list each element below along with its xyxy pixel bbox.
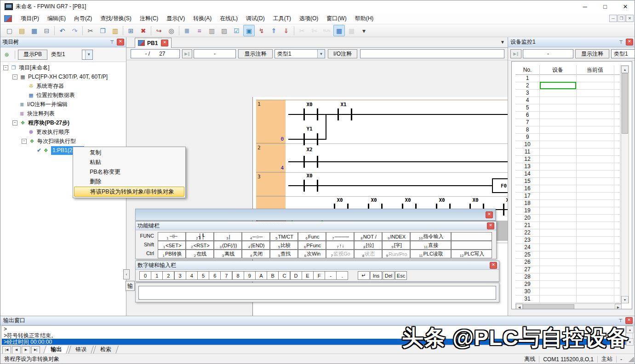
context-menu-item-2[interactable]: PB名称变更 [73,167,185,177]
tab-pb1[interactable]: PB1 ✕ [135,38,172,48]
numkey-close-icon[interactable]: ✕ [490,262,497,269]
tree-item-8[interactable]: −❖每次扫描执行型 [0,136,126,146]
scroll-up-icon[interactable]: ▲ [621,66,629,73]
rung-number-cell[interactable]: 3 [256,173,286,196]
menu-item-3[interactable]: 查找/替换(S) [96,13,135,24]
selected-device-cell[interactable] [540,82,576,89]
function-key-shift-9[interactable]: 9[字] [382,241,410,250]
tree-item-4[interactable]: ≣I/O注释一并编辑 [0,100,126,109]
tree-item-7[interactable]: ☸更改执行顺序 [0,127,126,136]
function-key-ctrl-7[interactable]: 7监视Go [326,250,354,258]
menu-item-6[interactable]: 转换(A) [189,13,216,24]
output-nav-0-icon[interactable]: |◀ [2,346,11,354]
numkey-action-esc[interactable]: Esc [395,271,407,280]
context-menu-item-4[interactable]: 将该PB设为转换对象/非转换对象 [74,187,184,197]
numkey-1[interactable]: 1 [151,271,163,280]
instruction-input-field[interactable] [138,286,496,300]
pin-icon[interactable]: ⊤ [618,39,624,45]
scroll-right-icon[interactable]: ▶ [615,304,622,309]
show-pb-button[interactable]: 显示PB [18,50,47,60]
function-key-func-6[interactable]: 6Func [298,232,326,241]
jump-icon[interactable]: ↪ [153,25,165,36]
function-key-func-9[interactable]: 9INDEX [382,232,410,241]
step-stop-icon[interactable]: ▨ [218,25,230,36]
pb-filter-icon[interactable]: ⊕ [3,51,10,58]
numkey-.[interactable]: . [336,271,348,280]
function-key-ctrl-4[interactable]: 4关闭 [242,250,270,258]
pin-icon[interactable]: ⊤ [618,318,624,324]
function-key-ctrl-2[interactable]: 2在线 [186,250,214,258]
numkey-C[interactable]: C [278,271,290,280]
context-menu-item-0[interactable]: 复制 [73,148,185,158]
menu-item-9[interactable]: 工具(T) [269,13,295,24]
run-mode-icon[interactable]: RUN [321,25,332,36]
function-key-ctrl-1[interactable]: 1PB转换 [158,250,186,258]
numkey-D[interactable]: D [290,271,302,280]
maximize-button[interactable]: □ [595,1,615,13]
tree-type-dropdown[interactable]: ▼ [82,50,93,60]
mdi-restore-button[interactable]: ❐ [618,15,625,22]
device-monitor-close-icon[interactable]: ✕ [626,39,633,46]
step-run-icon[interactable]: ▥ [206,25,217,36]
output-tab-输出[interactable]: 输出 [43,346,69,354]
function-key-shift-4[interactable]: 4(END) [242,241,270,250]
function-key-ctrl-11[interactable]: 11PLC读取 [410,250,451,258]
tree-expander-icon[interactable]: − [12,74,17,80]
function-key-func-8[interactable]: 8NOT / [354,232,382,241]
tree-expander-icon[interactable]: − [3,65,8,70]
comment-type-select[interactable]: 类型1 ▼ [275,49,325,58]
contact-x1[interactable] [338,108,352,120]
minimize-button[interactable]: ─ [575,1,595,13]
monitor-type-select[interactable]: 类型1 [611,49,635,58]
menu-item-0[interactable]: 项目(P) [17,13,43,24]
rung-number-cell[interactable]: 2 4 [256,144,286,172]
tree-item-0[interactable]: −❐项目[未命名] [0,63,126,72]
table-vscrollbar[interactable]: ▲▼ [621,65,629,303]
function-key-shift-2[interactable]: 2<RST> [186,241,214,250]
io-comment-button[interactable]: I/O注释 [328,49,357,58]
delete-row-icon[interactable]: ✖ [137,25,149,36]
function-key-shift-5[interactable]: 5比较 [270,241,298,250]
function-key-shift-8[interactable]: 8[位] [354,241,382,250]
monitor-run-icon[interactable]: ▶∥ [182,49,192,58]
resize-grip[interactable] [629,357,634,362]
function-key-func-1[interactable]: 1⊣⊢ [158,232,186,241]
function-key-func-2[interactable]: 2┧┞ [186,232,214,241]
tree-expander-icon[interactable]: − [12,120,17,125]
function-key-func-4[interactable]: 4─○─ [242,232,270,241]
function-key-ctrl-6[interactable]: 6次Win [298,250,326,258]
context-menu-item-3[interactable]: 删除 [73,177,185,187]
tree-item-6[interactable]: −❖程序块(PB-27步) [0,118,126,127]
numkey-action-del[interactable]: Del [383,271,395,280]
project-tree-close-icon[interactable]: ✕ [117,39,124,46]
upload-plc-icon[interactable]: ⇑ [268,25,280,36]
function-key-ctrl-5[interactable]: 5查找 [270,250,298,258]
open-file-icon[interactable]: ▤ [16,25,28,36]
numkey-9[interactable]: 9 [244,271,256,280]
function-key-shift-3[interactable]: 3(DF(/)) [214,241,242,250]
function-key-ctrl-3[interactable]: 3离线 [214,250,242,258]
numkey-5[interactable]: 5 [197,271,209,280]
monitor-run-icon[interactable]: ▶∥ [510,49,521,58]
tree-expander-icon[interactable]: − [22,139,27,144]
numkey-8[interactable]: 8 [232,271,244,280]
close-button[interactable]: ✕ [615,1,635,13]
numkey-0[interactable]: 0 [139,271,151,280]
online-edit-icon[interactable]: ▣ [243,25,255,36]
numkey-6[interactable]: 6 [209,271,221,280]
scroll-down-icon[interactable]: ▼ [621,296,629,303]
download-plc-icon[interactable]: ⇓ [280,25,292,36]
menu-item-10[interactable]: 选项(O) [295,13,322,24]
numkey-B[interactable]: B [267,271,279,280]
paste-icon[interactable]: ▥ [109,25,121,36]
numkey-3[interactable]: 3 [174,271,186,280]
scroll-left-icon[interactable]: ◀ [516,304,523,309]
monitor-window-2-icon[interactable]: ▦ [346,25,357,36]
function-key-shift-11[interactable]: 11直接 [410,241,451,250]
function-key-func-5[interactable]: 5TM/CT [270,232,298,241]
output-nav-3-icon[interactable]: ▶| [31,346,40,354]
contact-x0[interactable] [303,108,318,120]
function-key-func-7[interactable]: 7──── [326,232,354,241]
contact-x0[interactable] [303,180,318,192]
tree-item-1[interactable]: −▦PLC[FP-XH C30T/P, 40T, 60T/P] [0,72,126,81]
